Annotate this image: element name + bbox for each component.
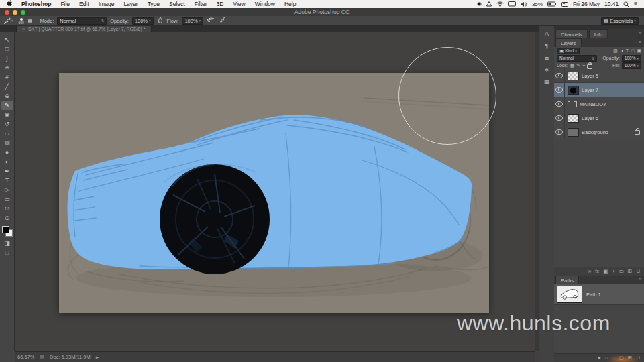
layer-visibility-toggle[interactable]: [554, 111, 565, 125]
layer-visibility-toggle[interactable]: [554, 69, 565, 82]
layer-name[interactable]: Layer 5: [582, 73, 598, 79]
filter-icon-filter-adjustment-layers[interactable]: ◑: [621, 48, 623, 54]
tab-info[interactable]: Info: [589, 29, 608, 38]
tool-eyedropper[interactable]: ╱: [1, 82, 13, 91]
lock-icon-lock-pixels[interactable]: ✎: [576, 63, 580, 68]
tool-blur[interactable]: ●: [1, 147, 13, 157]
pressure-opacity-icon[interactable]: [157, 17, 164, 25]
layer-row-layer-5[interactable]: Layer 5: [554, 69, 644, 83]
tool-healing-brush[interactable]: ⊕: [1, 91, 13, 101]
menu-edit[interactable]: Edit: [74, 1, 94, 7]
path-thumbnail[interactable]: [557, 286, 582, 303]
lock-all-icon[interactable]: [587, 64, 592, 69]
menu-layer[interactable]: Layer: [119, 1, 142, 7]
menu-window[interactable]: Window: [250, 1, 280, 7]
layers-action-icon-link-layers[interactable]: ∞: [588, 269, 591, 274]
tool-brush[interactable]: ✎: [1, 101, 13, 110]
dock-panel-icon-paragraph-panel[interactable]: ¶: [545, 43, 549, 49]
menu-type[interactable]: Type: [143, 1, 164, 7]
layers-action-icon-delete-layer[interactable]: ⊔: [636, 269, 640, 274]
menu-file[interactable]: File: [56, 1, 74, 7]
menu-bar-time[interactable]: 10:41: [604, 1, 619, 7]
screen-mode-button[interactable]: □: [1, 248, 13, 257]
menu-filter[interactable]: Filter: [190, 1, 212, 7]
color-swatches[interactable]: [2, 226, 13, 237]
tool-crop[interactable]: #: [1, 72, 13, 82]
menu-3d[interactable]: 3D: [212, 1, 229, 7]
filter-icon-filter-type-layers[interactable]: T: [626, 48, 629, 54]
layer-fill-field[interactable]: 100% ▾: [622, 62, 641, 69]
opacity-field[interactable]: 100% ▾: [132, 17, 154, 25]
layers-action-icon-layer-mask[interactable]: ▣: [603, 269, 608, 274]
notification-icon[interactable]: [486, 1, 492, 7]
layers-action-icon-layer-group[interactable]: ▭: [619, 269, 624, 274]
menu-help[interactable]: Help: [280, 1, 301, 7]
layer-thumbnail[interactable]: [568, 72, 579, 80]
tool-move[interactable]: ↖: [1, 35, 13, 44]
brush-preset-picker[interactable]: 609: [19, 18, 24, 24]
path-name[interactable]: Path 1: [586, 292, 601, 298]
dock-panel-icon-paragraph-styles-panel[interactable]: ∗: [544, 67, 549, 73]
tool-clone-stamp[interactable]: ◉: [1, 110, 13, 119]
layer-name[interactable]: Layer 7: [582, 87, 598, 93]
layer-name[interactable]: Background: [582, 129, 608, 135]
volume-icon[interactable]: [521, 1, 527, 7]
control-center-icon[interactable]: ≡: [634, 0, 637, 8]
layer-blend-mode-dropdown[interactable]: Normal ⇅: [557, 55, 597, 62]
quick-mask-button[interactable]: ◨: [1, 239, 13, 248]
tool-dodge[interactable]: ◐: [1, 157, 13, 166]
active-tool-chip[interactable]: ▾: [3, 17, 13, 25]
tool-magic-wand[interactable]: ✳: [1, 63, 13, 72]
layer-thumbnail[interactable]: [568, 101, 577, 108]
filter-icon-filter-smart-objects[interactable]: ▣: [637, 48, 641, 54]
dock-panel-icon-character-panel[interactable]: A: [545, 31, 549, 37]
paths-action-icon-fill-path[interactable]: ●: [598, 355, 601, 361]
layer-opacity-field[interactable]: 100% ▾: [622, 55, 641, 62]
layers-action-icon-new-layer[interactable]: ⊞: [628, 269, 632, 274]
blend-mode-dropdown[interactable]: Normal ⇅: [57, 17, 107, 25]
layer-thumbnail[interactable]: [568, 86, 579, 95]
tool-shape[interactable]: ▭: [1, 194, 13, 204]
lock-icon-lock-position[interactable]: +: [582, 63, 585, 68]
dock-panel-icon-character-styles-panel[interactable]: ≣: [544, 55, 549, 61]
layer-name[interactable]: Layer 6: [582, 115, 598, 121]
lock-icon-lock-transparency[interactable]: ▦: [570, 63, 575, 68]
tab-layers[interactable]: Layers: [555, 38, 582, 47]
menu-bar-date[interactable]: Fri 26 May: [573, 1, 600, 7]
tool-hand[interactable]: ω: [1, 204, 13, 213]
tool-path-selection[interactable]: ▷: [1, 185, 13, 194]
tool-eraser[interactable]: ▱: [1, 129, 13, 138]
tool-pen[interactable]: ✒: [1, 166, 13, 176]
layers-action-icon-adjustment-layer[interactable]: ◑: [612, 269, 615, 274]
menu-select[interactable]: Select: [164, 1, 190, 7]
layer-thumbnail[interactable]: [568, 128, 579, 137]
zoom-level-field[interactable]: 66.67%: [17, 354, 34, 360]
filter-icon-filter-pixel-layers[interactable]: ▨: [613, 48, 618, 54]
layer-visibility-toggle[interactable]: [554, 125, 565, 139]
flow-field[interactable]: 100% ▾: [182, 17, 203, 25]
tool-marquee[interactable]: □: [1, 44, 13, 54]
paths-panel-menu-icon[interactable]: ≡: [639, 277, 641, 282]
tool-lasso[interactable]: ʃ: [1, 54, 13, 63]
apple-menu-icon[interactable]: [7, 0, 13, 8]
smoothing-icon[interactable]: [218, 17, 225, 25]
display-mirroring-icon[interactable]: [508, 1, 516, 7]
brush-settings-panel-toggle-icon[interactable]: ▦: [28, 18, 33, 24]
menu-view[interactable]: View: [228, 1, 250, 7]
tool-zoom[interactable]: ⊙: [1, 213, 13, 223]
dock-panel-icon-brushes-panel[interactable]: ▦: [544, 79, 550, 85]
workspace-switcher[interactable]: ▦ Essentials ▾: [601, 17, 639, 25]
panel-menu-icon[interactable]: ≡: [639, 31, 641, 36]
tab-channels[interactable]: Channels: [555, 29, 588, 38]
layer-filter-kind-dropdown[interactable]: ▣ Kind ▾: [557, 48, 580, 54]
layer-row-layer-6[interactable]: Layer 6: [554, 111, 644, 125]
tool-history-brush[interactable]: ↺: [1, 119, 13, 129]
tool-gradient[interactable]: ▨: [1, 138, 13, 147]
screen-record-icon[interactable]: ◉: [477, 0, 482, 8]
document-size-readout[interactable]: Doc: 5.93M/11.9M: [50, 354, 91, 360]
tool-type[interactable]: T: [1, 176, 13, 185]
layer-row-mainbody[interactable]: MAINBODY: [554, 97, 644, 111]
foreground-color-swatch[interactable]: [2, 226, 9, 233]
layer-thumbnail[interactable]: [568, 114, 579, 123]
layer-visibility-toggle[interactable]: [554, 83, 565, 97]
